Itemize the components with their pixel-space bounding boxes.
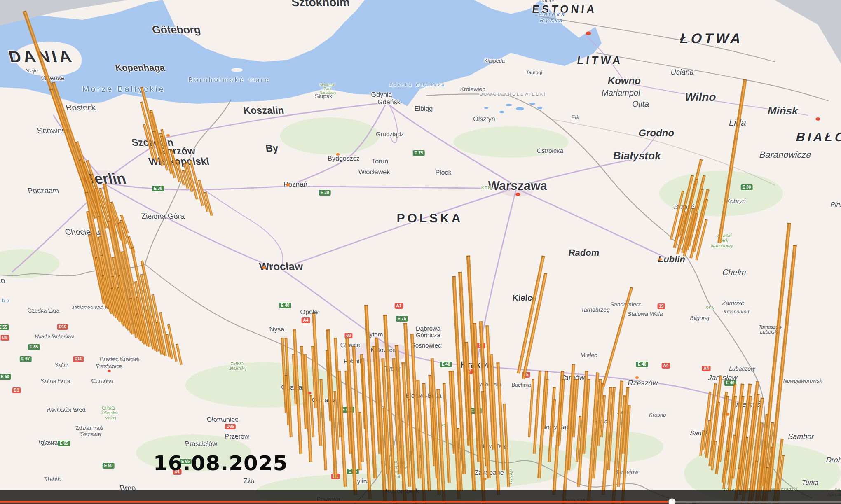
city-label: Baranowicze (758, 150, 813, 160)
sea-label: Łaba (0, 298, 12, 303)
city-label: Koszalin (243, 105, 285, 116)
road-shield: E 67 (20, 356, 32, 362)
road-shield: D11 (73, 356, 84, 362)
city-dot (108, 370, 111, 372)
city-label: Hradec Králové (99, 356, 140, 362)
road-shield: A4 (662, 363, 670, 369)
city-label: Warszawa (487, 179, 548, 192)
city-label: Chrudim (91, 378, 114, 384)
city-label: Kobryń (725, 198, 746, 204)
road-shield: E 65 (58, 441, 70, 446)
road-shield: 19 (657, 303, 665, 309)
city-label: Olsztyn (473, 116, 495, 123)
video-progress-track[interactable] (0, 501, 841, 503)
road-shield: D8 (1, 335, 9, 341)
park-label: Słowiński Park Narodowy (319, 83, 337, 95)
city-label: Wilno (684, 91, 717, 103)
city-label: Gdańsk (377, 99, 401, 106)
city-label: Krosno (649, 412, 667, 418)
sea-label: Zatoka Ryska (538, 11, 567, 23)
road-shield: E 50 (0, 374, 11, 380)
city-label: Vejle (26, 68, 39, 74)
city-label: Grodno (637, 128, 675, 138)
city-label: Kłajpeda (484, 58, 505, 64)
city-label: Rostock (65, 103, 96, 112)
city-label: Kopenhaga (115, 63, 166, 73)
road-shield: E 30 (741, 184, 753, 190)
road-shield: E 30 (319, 190, 331, 196)
city-label: Olita (632, 100, 650, 108)
road-shield: A1 (395, 303, 403, 309)
road-shield: A4 (702, 366, 711, 371)
city-label: Zlin (243, 478, 255, 485)
road-shield: E 40 (279, 303, 291, 308)
city-label: Płock (435, 169, 451, 176)
city-label: Poczdam (27, 187, 60, 195)
road-shield: E 50 (103, 463, 115, 469)
city-label: Chełm (722, 268, 747, 277)
city-label: Ostrołęka (536, 147, 564, 154)
city-label: Tarnobrzeg (581, 307, 610, 313)
city-label: Opole (300, 309, 318, 316)
city-label: Zamość (721, 300, 745, 306)
city-label: Mariampol (601, 89, 641, 97)
country-label: ŁOTWA (679, 31, 745, 46)
city-label: Bochnia (511, 382, 531, 388)
city-label: Grudziądz (376, 131, 404, 138)
city-label: Mlada Boleslav (34, 334, 75, 340)
road-shield: E 40 (440, 362, 452, 367)
city-label: Ełk (571, 114, 579, 121)
sea-label: Bornholmské more (188, 77, 271, 84)
city-dot (515, 193, 520, 196)
road-shield: A4 (302, 317, 310, 323)
progress-handle[interactable] (668, 498, 675, 504)
city-label: Nowojaworowsk (782, 378, 822, 384)
city-label: Lubaczów (729, 366, 756, 372)
road-shield: E 40 (636, 362, 648, 367)
city-label: Göteborg (151, 24, 201, 35)
city-label: Białystok (612, 150, 662, 161)
city-label: Taurogi (526, 70, 542, 75)
city-dot (286, 184, 290, 186)
city-label: Kutná Hora (40, 378, 71, 384)
city-label: Igława (38, 439, 59, 446)
city-label: Prościejów (185, 441, 218, 448)
road-shield: E 75 (396, 316, 408, 322)
date-overlay: 16.08.2025 (153, 451, 288, 475)
country-label: LITWA (576, 55, 624, 66)
city-label: Sztokholm (291, 0, 350, 9)
city-label: Gliwice (340, 342, 360, 348)
road-shield: E 55 (0, 324, 9, 330)
city-label: Tallinn (540, 0, 556, 4)
city-label: Elbląg (415, 105, 433, 112)
city-label: Turka (801, 479, 819, 486)
road-shield: D35 (225, 424, 236, 429)
city-label: Radom (568, 248, 600, 258)
city-label: Ołomuniec (206, 416, 239, 423)
city-label: Przerów (224, 433, 249, 440)
city-dot (635, 376, 639, 379)
park-label: CHKO Žďárské vrchy (100, 406, 120, 420)
city-label: Rzeszów (627, 379, 658, 387)
region-label: OBWÓD KRÓLEWIECKI (480, 92, 547, 96)
park-label: KPN (481, 185, 491, 190)
road-shield: D10 (57, 324, 68, 330)
video-progress-fill (0, 501, 672, 503)
city-label: Mielec (580, 352, 597, 358)
city-label: Stalowa Wola (627, 311, 663, 317)
road-shield: D1 (12, 387, 21, 393)
city-label: Sambor (787, 433, 815, 441)
city-label: Drohobycz (825, 456, 841, 464)
video-player-bar[interactable] (0, 490, 841, 504)
city-label: Nysa (269, 326, 285, 333)
city-label: Pardubice (96, 363, 123, 369)
city-label: Pińsk (829, 201, 841, 208)
city-label: Włocławek (358, 169, 390, 176)
city-dot (166, 134, 170, 137)
park-label: Szacki Park Narodowy (710, 233, 736, 248)
city-label: Kolín (54, 362, 69, 368)
road-shield: E 30 (152, 186, 164, 191)
sea-label: Zatoka Gdańska (389, 83, 446, 87)
lakes (484, 103, 542, 113)
city-dot (816, 117, 820, 121)
